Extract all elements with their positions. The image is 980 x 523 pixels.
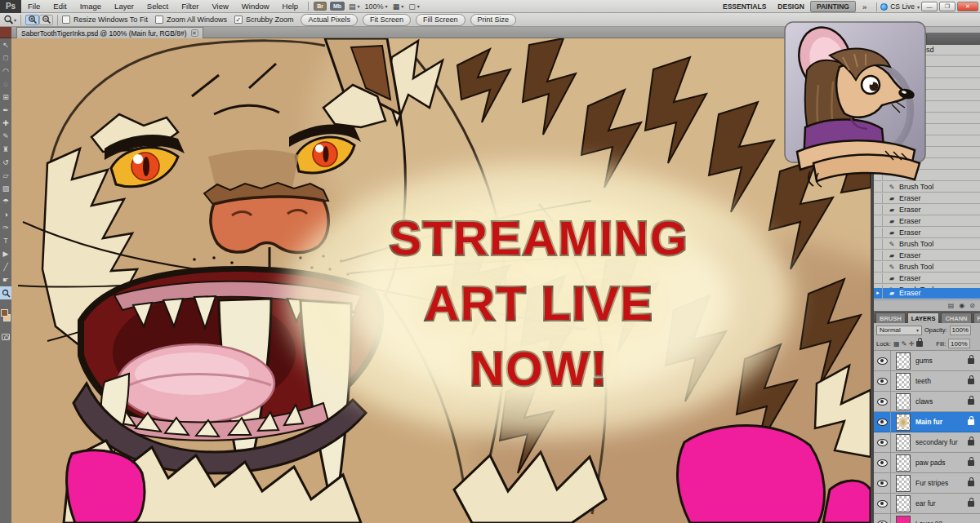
bridge-button[interactable]: Br [314,2,327,11]
print-size-button[interactable]: Print Size [470,14,517,26]
fit-screen-button[interactable]: Fit Screen [363,14,411,26]
tab-layers[interactable]: LAYERS [907,312,940,323]
menu-view[interactable]: View [205,0,234,13]
history-state-pointer[interactable]: ▸ [874,288,883,299]
workspace-design[interactable]: DESIGN [772,2,810,11]
quick-mask-button[interactable] [2,334,10,340]
dodge-tool[interactable]: ◑ [0,208,11,221]
tab-brush[interactable]: BRUSH [875,312,906,323]
brush-tool[interactable]: ✎ [0,130,11,143]
history-row[interactable]: ✎ Brush Tool [874,262,980,273]
menu-file[interactable]: File [21,0,47,13]
restore-button[interactable]: ❐ [939,2,956,11]
zoom-level-dropdown[interactable]: 100% ▾ [365,2,388,11]
visibility-eye-icon[interactable] [877,398,888,406]
move-tool[interactable]: ↖ [0,38,11,51]
zoom-all-windows-checkbox-group[interactable]: Zoom All Windows [155,16,227,24]
layer-row-ear-fur[interactable]: ear fur [874,494,980,514]
workspace-overflow-button[interactable]: » [856,0,873,13]
close-icon[interactable]: ✕ [191,29,198,37]
layer-row-layer-22[interactable]: Layer 22 [874,514,980,523]
lasso-tool[interactable]: ◠ [0,64,11,78]
zoom-tool[interactable] [0,286,11,299]
layer-row-secondary-fur[interactable]: secondary fur [874,432,980,453]
resize-windows-checkbox-group[interactable]: Resize Windows To Fit [62,16,148,24]
layer-row-gums[interactable]: gums [874,351,980,371]
menu-layer[interactable]: Layer [108,0,140,13]
gradient-tool[interactable]: ▨ [0,182,11,195]
clone-stamp-tool[interactable]: ♜ [0,143,11,156]
history-row-selected[interactable]: ▸ ▰ Eraser [874,288,980,299]
visibility-eye-icon[interactable] [877,500,888,507]
hand-tool[interactable]: ☛ [0,273,11,286]
pen-tool[interactable]: ✑ [0,221,11,234]
menu-image[interactable]: Image [74,0,108,13]
menu-help[interactable]: Help [276,0,305,13]
visibility-eye-icon[interactable] [877,439,888,446]
screen-mode-dropdown[interactable]: ▢ ▾ [408,2,420,11]
history-brush-tool[interactable]: ↺ [0,156,11,169]
workspace-painting[interactable]: PAINTING [810,1,856,12]
visibility-eye-icon[interactable] [877,459,888,467]
view-extras-dropdown[interactable]: ▤ ▾ [349,2,360,11]
menu-edit[interactable]: Edit [47,0,73,13]
layer-thumbnail[interactable] [896,373,911,390]
history-row[interactable]: ▰ Eraser [874,216,980,227]
menu-filter[interactable]: Filter [175,0,205,13]
tab-channels[interactable]: CHANN [941,312,971,323]
layer-row-paw-pads[interactable]: paw pads [874,453,980,473]
menu-window[interactable]: Window [235,0,276,13]
layer-thumbnail[interactable] [896,475,911,492]
tab-paths[interactable]: PATHS [973,312,980,323]
layer-thumbnail[interactable] [896,414,911,431]
lock-buttons[interactable]: ▦ ✎ ✛ [893,340,914,348]
zoom-in-button[interactable] [25,15,39,25]
history-row[interactable]: ▰ Eraser [874,228,980,238]
new-snapshot-icon[interactable]: ◉ [959,302,964,309]
layer-thumbnail[interactable] [896,495,911,512]
workspace-essentials[interactable]: ESSENTIALS [717,2,772,11]
layer-thumbnail[interactable] [896,434,911,451]
menu-select[interactable]: Select [140,0,175,13]
actual-pixels-button[interactable]: Actual Pixels [301,14,358,26]
layer-thumbnail[interactable] [896,352,911,370]
type-tool[interactable]: T [0,234,11,247]
fill-screen-button[interactable]: Fill Screen [416,14,466,26]
layer-row-main-fur[interactable]: Main fur [874,412,980,432]
healing-brush-tool[interactable]: ✚ [0,117,11,130]
foreground-color-swatch[interactable] [1,309,8,317]
eraser-tool[interactable]: ▱ [0,169,11,182]
visibility-eye-icon[interactable] [877,378,888,385]
quick-selection-tool[interactable]: ◌ [0,78,11,91]
scrubby-zoom-checkbox-group[interactable]: ✓ Scrubby Zoom [234,16,294,24]
zoom-tool-icon[interactable] [3,15,14,25]
lock-all-icon[interactable] [916,341,923,347]
document-tab[interactable]: SaberToothTigerInks.psd @ 100% (Main fur… [16,27,203,38]
line-tool[interactable]: ╱ [0,260,11,273]
path-selection-tool[interactable]: ▶ [0,247,11,260]
scrubby-zoom-checkbox[interactable]: ✓ [234,16,243,24]
crop-tool[interactable]: ⊞ [0,91,11,104]
delete-state-icon[interactable]: ⊘ [969,302,975,309]
layer-thumbnail[interactable] [896,393,911,410]
marquee-tool[interactable]: □ [0,51,11,64]
layer-row-fur-stripes[interactable]: Fur stripes [874,473,980,494]
visibility-eye-icon[interactable] [877,480,888,487]
history-row[interactable]: ▰ Eraser [874,273,980,284]
eyedropper-tool[interactable]: ✒ [0,104,11,117]
mini-bridge-button[interactable]: Mb [330,2,345,11]
history-row[interactable]: ✎ Brush Tool [874,239,980,250]
arrange-documents-dropdown[interactable]: ▦ ▾ [393,2,404,11]
cs-live-dropdown[interactable]: CS Live ▾ [880,2,920,11]
opacity-value[interactable]: 100% [950,326,971,335]
layer-thumbnail[interactable] [896,454,911,472]
layer-row-claws[interactable]: claws [874,392,980,412]
layer-row-teeth[interactable]: teeth [874,371,980,392]
blend-mode-select[interactable]: Normal ▾ [876,326,922,335]
minimize-button[interactable]: — [921,2,938,11]
close-button[interactable]: ✕ [957,2,978,11]
visibility-eye-icon[interactable] [877,357,888,365]
blur-tool[interactable]: ☂ [0,195,11,208]
visibility-eye-icon[interactable] [877,419,888,426]
layer-thumbnail[interactable] [896,516,911,523]
